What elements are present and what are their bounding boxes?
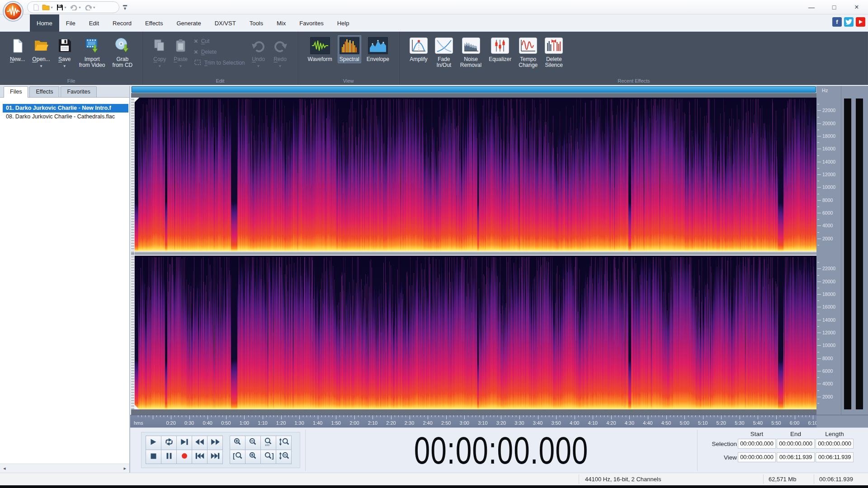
menu-item-effects[interactable]: Effects [138,14,170,32]
save-icon[interactable]: ▼ [56,2,68,12]
undo-button[interactable]: Undo ▼ [250,35,268,70]
delete-silence-button[interactable]: Delete Silence [543,35,565,69]
scroll-left-icon[interactable]: ◂ [3,465,6,471]
file-list[interactable]: 01. Darko Jurkovic Charlie - New Intro.f… [0,98,129,464]
save-button[interactable]: Save ▼ [56,35,74,70]
sidebar-horizontal-scrollbar[interactable]: ◂ ▸ [0,464,129,473]
menu-item-favorites[interactable]: Favorites [292,14,330,32]
selection-end-marker-icon[interactable] [134,404,139,409]
play-next-button[interactable] [176,436,192,450]
open-folder-icon[interactable]: ▼ [41,2,54,12]
tab-effects[interactable]: Effects [29,86,59,97]
menu-item-help[interactable]: Help [330,14,356,32]
ruler-time-label: 6:10 [808,420,816,426]
scroll-right-icon[interactable]: ▸ [123,465,126,471]
undo-dropdown-icon[interactable]: ▼ [257,63,260,69]
zoom-vertical-in-button[interactable] [276,436,292,450]
noise-removal-button[interactable]: Noise Removal [458,35,483,69]
forward-button[interactable] [207,436,223,450]
redo-button[interactable]: Redo ▼ [271,35,289,70]
copy-button[interactable]: Copy ▼ [151,35,168,70]
file-list-item[interactable]: 08. Darko Jurkovic Charlie - Cathedrals.… [3,113,128,121]
stop-button[interactable] [146,450,161,464]
menu-item-dx-vst[interactable]: DX/VST [208,14,243,32]
equalizer-button[interactable]: Equalizer [487,35,513,63]
menu-item-tools[interactable]: Tools [243,14,270,32]
redo-dropdown-icon[interactable]: ▼ [93,6,96,9]
zoom-sel-end-button[interactable]: ] [260,450,276,464]
tab-files[interactable]: Files [4,86,28,98]
redo-dropdown-icon[interactable]: ▼ [278,63,282,69]
menu-item-mix[interactable]: Mix [270,14,292,32]
save-dropdown-icon[interactable]: ▼ [64,6,67,9]
menu-item-generate[interactable]: Generate [170,14,208,32]
cut-button[interactable]: × Cut [194,37,245,45]
new-button[interactable]: New... [8,35,27,63]
trim-to-selection-button[interactable]: Trim to Selection [194,59,245,67]
spectral-view-button[interactable]: Spectral [338,35,361,63]
spectrogram-channel-1[interactable] [134,98,816,251]
waveform-view-button[interactable]: Waveform [306,35,334,63]
view-end-field[interactable]: 00:06:11.939 [777,452,815,462]
wave-horizontal-scrollbar[interactable] [131,86,816,93]
zoom-out-button[interactable] [245,436,261,450]
envelope-view-button[interactable]: Envelope [365,35,391,63]
undo-dropdown-icon[interactable]: ▼ [78,6,81,9]
new-file-icon[interactable] [32,2,40,12]
save-dropdown-icon[interactable]: ▼ [63,63,66,69]
tempo-change-button[interactable]: Tempo Change [517,35,539,69]
fade-in-out-button[interactable]: Fade In/Out [433,35,455,69]
twitter-icon[interactable] [844,17,854,27]
maximize-button[interactable]: □ [823,0,845,14]
open-dropdown-icon[interactable]: ▼ [50,6,53,9]
menu-item-file[interactable]: File [59,14,82,32]
go-end-button[interactable] [207,450,223,464]
frequency-label: 10000 [822,184,835,190]
amplify-button[interactable]: Amplify [408,35,429,63]
view-start-field[interactable]: 00:00:00.000 [738,452,776,462]
play-button[interactable] [146,436,161,450]
youtube-icon[interactable] [856,17,865,27]
channel-divider[interactable] [131,251,816,256]
facebook-icon[interactable]: f [832,17,842,27]
copy-dropdown-icon[interactable]: ▼ [158,63,161,69]
header-end: End [777,431,815,437]
grab-from-cd-button[interactable]: Grab from CD [111,35,135,69]
rewind-button[interactable] [192,436,208,450]
close-button[interactable]: × [845,0,868,14]
spectrogram-channel-2[interactable] [134,256,816,409]
customize-quick-access-icon[interactable]: ▬▼ [123,3,127,10]
view-length-field[interactable]: 00:06:11.939 [816,452,854,462]
menu-item-home[interactable]: Home [30,14,59,32]
selection-start-field[interactable]: 00:00:00.000 [738,439,776,449]
paste-dropdown-icon[interactable]: ▼ [179,63,183,69]
paste-button[interactable]: Paste ▼ [172,35,189,70]
redo-icon[interactable]: ▼ [84,2,97,12]
selection-length-field[interactable]: 00:00:00.000 [816,439,854,449]
tab-favorites[interactable]: Favorites [61,86,96,97]
selection-start-marker-icon[interactable] [134,98,139,103]
go-start-button[interactable] [192,450,208,464]
minimize-button[interactable]: — [800,0,823,14]
menu-item-record[interactable]: Record [106,14,138,32]
zoom-sel-start-button[interactable]: [ [230,450,245,464]
menu-item-edit[interactable]: Edit [82,14,106,32]
record-button[interactable] [176,450,192,464]
zoom-selection-button[interactable] [245,450,261,464]
zoom-vertical-out-button[interactable] [276,450,292,464]
selection-end-field[interactable]: 00:00:00.000 [777,439,815,449]
pause-button[interactable] [161,450,177,464]
undo-icon[interactable]: ▼ [69,2,82,12]
zoom-100-button[interactable]: 100 [260,436,276,450]
app-logo-icon[interactable] [3,1,24,22]
import-from-video-button[interactable]: Import from Video [77,35,107,69]
open-button[interactable]: Open... ▼ [30,35,52,70]
delete-button[interactable]: × Delete [194,48,245,56]
zoom-in-button[interactable] [230,436,245,450]
loop-button[interactable] [161,436,177,450]
wave-scrollbar-thumb[interactable] [132,86,816,93]
file-list-item[interactable]: 01. Darko Jurkovic Charlie - New Intro.f [3,104,128,113]
cd-icon [114,36,131,55]
open-dropdown-icon[interactable]: ▼ [39,63,43,69]
frequency-label: 6000 [822,210,833,216]
